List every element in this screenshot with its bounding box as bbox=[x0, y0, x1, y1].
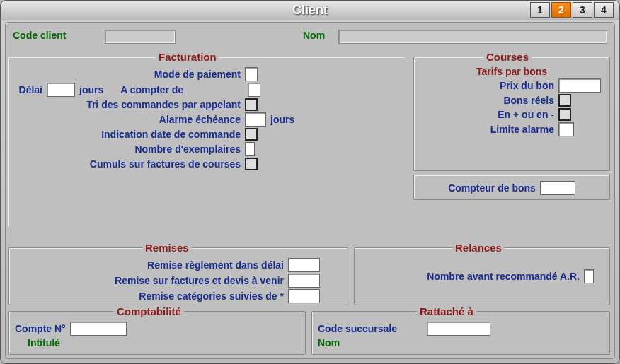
compteur-bons-input[interactable] bbox=[540, 181, 575, 195]
tarifs-bons-label: Tarifs par bons bbox=[420, 66, 604, 77]
cumuls-checkbox[interactable] bbox=[245, 158, 258, 170]
facturation-box: Facturation Mode de paiement Délai jours… bbox=[8, 51, 405, 228]
tri-appelant-checkbox[interactable] bbox=[245, 98, 258, 111]
remises-legend: Remises bbox=[142, 242, 192, 254]
prix-bon-label: Prix du bon bbox=[420, 80, 554, 91]
nb-exemplaires-label: Nombre d'exemplaires bbox=[14, 143, 241, 155]
limite-alarme-input[interactable] bbox=[558, 122, 574, 136]
compteur-box: Compteur de bons bbox=[413, 175, 610, 200]
alarme-echeance-label: Alarme échéance bbox=[14, 114, 241, 125]
code-client-field bbox=[105, 30, 176, 44]
mode-paiement-input[interactable] bbox=[245, 67, 258, 81]
content-panel: Code client Nom Facturation Mode de paie… bbox=[5, 22, 615, 359]
relances-box: Relances Nombre avant recommandé A.R. bbox=[354, 242, 610, 305]
bons-reels-label: Bons réels bbox=[420, 95, 554, 106]
compte-no-label: Compte N° bbox=[15, 323, 66, 334]
remise-categories-input[interactable] bbox=[288, 289, 320, 303]
remise-reglement-input[interactable] bbox=[288, 258, 320, 272]
courses-legend: Courses bbox=[483, 51, 532, 63]
titlebar: Client 1 2 3 4 bbox=[1, 1, 619, 20]
tab-1[interactable]: 1 bbox=[530, 2, 550, 18]
bons-reels-checkbox[interactable] bbox=[558, 94, 571, 107]
relances-legend: Relances bbox=[452, 242, 505, 254]
prix-bon-input[interactable] bbox=[558, 78, 601, 93]
remises-box: Remises Remise règlement dans délai Remi… bbox=[8, 242, 348, 305]
tab-2[interactable]: 2 bbox=[551, 2, 571, 18]
delai-input[interactable] bbox=[47, 83, 75, 97]
tab-4[interactable]: 4 bbox=[594, 2, 614, 18]
cumuls-label: Cumuls sur factures de courses bbox=[14, 158, 241, 170]
tri-appelant-label: Tri des commandes par appelant bbox=[14, 99, 241, 110]
indication-date-label: Indication date de commande bbox=[14, 129, 241, 140]
code-succursale-label: Code succursale bbox=[318, 323, 397, 334]
en-plus-moins-checkbox[interactable] bbox=[558, 108, 571, 121]
jours-label: jours bbox=[79, 84, 103, 95]
compte-no-input[interactable] bbox=[70, 322, 127, 336]
rattache-legend: Rattaché à bbox=[417, 305, 476, 317]
mode-paiement-label: Mode de paiement bbox=[14, 69, 241, 80]
remise-categories-label: Remise catégories suivies de * bbox=[15, 290, 284, 302]
remise-reglement-label: Remise règlement dans délai bbox=[15, 259, 284, 271]
code-succursale-input[interactable] bbox=[427, 322, 490, 336]
courses-box: Courses Tarifs par bons Prix du bon Bons… bbox=[413, 51, 610, 171]
limite-alarme-label: Limite alarme bbox=[420, 124, 554, 135]
nom-label: Nom bbox=[303, 30, 325, 41]
en-plus-moins-label: En + ou en - bbox=[420, 109, 554, 120]
indication-date-checkbox[interactable] bbox=[245, 128, 258, 141]
code-client-label: Code client bbox=[13, 30, 66, 41]
nb-avant-ar-label: Nombre avant recommandé A.R. bbox=[360, 271, 580, 282]
compteur-bons-label: Compteur de bons bbox=[448, 182, 536, 194]
tab-3[interactable]: 3 bbox=[573, 2, 592, 18]
intitule-label: Intitulé bbox=[28, 337, 60, 348]
nb-exemplaires-input[interactable] bbox=[245, 142, 255, 156]
rattache-nom-label: Nom bbox=[318, 337, 340, 348]
jours2-label: jours bbox=[270, 114, 294, 125]
page-tabs: 1 2 3 4 bbox=[530, 2, 614, 18]
comptabilite-legend: Comptabilité bbox=[114, 305, 184, 317]
client-window: Client 1 2 3 4 Code client Nom Facturati… bbox=[0, 0, 620, 364]
remise-factures-input[interactable] bbox=[288, 274, 320, 288]
rattache-box: Rattaché à Code succursale Nom bbox=[311, 305, 610, 355]
nom-field bbox=[338, 30, 607, 44]
a-compter-de-label: A compter de bbox=[120, 84, 183, 95]
alarme-echeance-input[interactable] bbox=[245, 112, 266, 127]
window-title: Client bbox=[292, 3, 328, 18]
facturation-legend: Facturation bbox=[156, 51, 219, 63]
comptabilite-box: Comptabilité Compte N° Intitulé bbox=[8, 305, 306, 355]
nb-avant-ar-input[interactable] bbox=[584, 269, 594, 283]
a-compter-de-input[interactable] bbox=[248, 83, 260, 97]
remise-factures-label: Remise sur factures et devis à venir bbox=[15, 275, 284, 286]
delai-label: Délai bbox=[14, 84, 42, 95]
